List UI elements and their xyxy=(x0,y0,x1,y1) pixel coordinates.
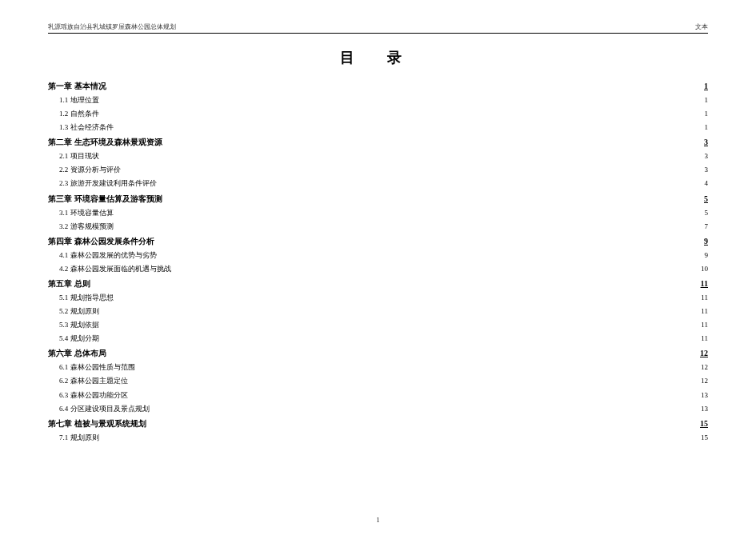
toc-entry-label: 第四章 森林公园发展条件分析 xyxy=(48,234,154,249)
toc-entry-label: 第七章 植被与景观系统规划 xyxy=(48,416,146,431)
toc-entry: 第五章 总则11 xyxy=(48,276,708,291)
toc-leader-dots xyxy=(174,264,698,271)
toc-entry: 6.1 森林公园性质与范围12 xyxy=(48,361,708,374)
toc-entry: 2.2 资源分析与评价3 xyxy=(48,163,708,177)
toc-entry-label: 1.3 社会经济条件 xyxy=(59,121,114,134)
toc-entry: 第七章 植被与景观系统规划15 xyxy=(48,416,708,431)
toc-entry-label: 1.1 地理位置 xyxy=(59,94,99,107)
toc-entry: 第一章 基本情况1 xyxy=(48,78,708,94)
toc-leader-dots xyxy=(102,151,702,158)
toc-leader-dots xyxy=(117,122,702,130)
toc-entry-label: 第六章 总体布局 xyxy=(48,345,106,361)
toc-entry: 5.1 规划指导思想11 xyxy=(48,291,708,305)
toc-entry-page: 11 xyxy=(701,305,708,318)
toc-leader-dots xyxy=(110,348,698,356)
toc-entry-label: 6.2 森林公园主题定位 xyxy=(59,374,128,388)
toc-entry-label: 5.4 规划分期 xyxy=(59,332,99,345)
toc-entry-page: 11 xyxy=(701,291,708,305)
toc-leader-dots xyxy=(160,250,702,258)
toc-leader-dots xyxy=(102,95,702,102)
toc-entry: 2.1 项目现状3 xyxy=(48,150,708,163)
toc-leader-dots xyxy=(150,418,698,426)
toc-entry-label: 2.3 旅游开发建设利用条件评价 xyxy=(59,177,157,190)
toc-entry: 6.3 森林公园功能分区13 xyxy=(48,389,708,402)
toc-entry-label: 第二章 生态环境及森林景观资源 xyxy=(48,134,162,150)
toc-entry-page: 3 xyxy=(705,163,709,177)
toc-entry-label: 第一章 基本情况 xyxy=(48,78,106,94)
toc-leader-dots xyxy=(124,165,702,172)
toc-entry: 3.2 游客规模预测7 xyxy=(48,220,708,234)
toc-leader-dots xyxy=(166,137,702,145)
toc-entry-page: 3 xyxy=(705,150,709,163)
toc-entry: 1.2 自然条件1 xyxy=(48,107,708,121)
toc-title: 目 录 xyxy=(48,48,708,67)
toc-entry-page: 5 xyxy=(705,206,709,220)
toc-entry-page: 1 xyxy=(705,107,709,121)
toc-entry-label: 2.2 资源分析与评价 xyxy=(59,163,121,177)
toc-entry-label: 5.2 规划原则 xyxy=(59,305,99,318)
toc-entry-label: 5.1 规划指导思想 xyxy=(59,291,114,305)
toc-entry-page: 15 xyxy=(700,416,708,431)
toc-leader-dots xyxy=(160,178,702,186)
toc-entry-label: 6.3 森林公园功能分区 xyxy=(59,389,128,402)
toc-entry-label: 第三章 环境容量估算及游客预测 xyxy=(48,191,162,206)
toc-leader-dots xyxy=(102,433,698,440)
toc-leader-dots xyxy=(117,293,698,300)
toc-entry: 1.3 社会经济条件1 xyxy=(48,121,708,134)
toc-entry-label: 3.1 环境容量估算 xyxy=(59,206,114,220)
toc-entry-page: 9 xyxy=(705,249,709,262)
toc-leader-dots xyxy=(102,306,698,313)
toc-entry-page: 12 xyxy=(700,345,708,361)
toc-leader-dots xyxy=(153,404,698,411)
toc-entry-page: 13 xyxy=(701,389,708,402)
table-of-contents: 第一章 基本情况11.1 地理位置11.2 自然条件11.3 社会经济条件1第二… xyxy=(48,78,708,445)
toc-entry-page: 10 xyxy=(701,262,708,276)
toc-entry-label: 5.3 规划依据 xyxy=(59,318,99,332)
toc-entry-label: 4.2 森林公园发展面临的机遇与挑战 xyxy=(59,262,171,276)
toc-entry-page: 1 xyxy=(704,78,708,94)
toc-entry-page: 12 xyxy=(701,361,708,374)
toc-entry: 7.1 规划原则15 xyxy=(48,431,708,445)
toc-entry: 第二章 生态环境及森林景观资源3 xyxy=(48,134,708,150)
toc-entry: 2.3 旅游开发建设利用条件评价4 xyxy=(48,177,708,190)
toc-entry: 第四章 森林公园发展条件分析9 xyxy=(48,234,708,249)
toc-entry-label: 3.2 游客规模预测 xyxy=(59,220,114,234)
toc-entry: 5.2 规划原则11 xyxy=(48,305,708,318)
toc-entry: 第三章 环境容量估算及游客预测5 xyxy=(48,191,708,206)
toc-leader-dots xyxy=(102,333,698,341)
toc-entry: 4.1 森林公园发展的优势与劣势9 xyxy=(48,249,708,262)
toc-entry-page: 13 xyxy=(701,402,708,416)
toc-entry: 4.2 森林公园发展面临的机遇与挑战10 xyxy=(48,262,708,276)
toc-entry-label: 第五章 总则 xyxy=(48,276,90,291)
footer-page-number: 1 xyxy=(0,517,756,524)
toc-entry: 5.3 规划依据11 xyxy=(48,318,708,332)
toc-entry-label: 7.1 规划原则 xyxy=(59,431,99,445)
page-header: 乳源瑶族自治县乳城镇罗屋森林公园总体规划 文本 xyxy=(48,22,708,34)
header-left: 乳源瑶族自治县乳城镇罗屋森林公园总体规划 xyxy=(48,22,176,31)
toc-entry-page: 11 xyxy=(701,332,708,345)
toc-entry-page: 7 xyxy=(705,220,709,234)
toc-entry-page: 1 xyxy=(705,121,709,134)
toc-entry: 5.4 规划分期11 xyxy=(48,332,708,345)
toc-leader-dots xyxy=(94,278,698,286)
toc-entry-label: 1.2 自然条件 xyxy=(59,107,99,121)
toc-leader-dots xyxy=(131,390,698,397)
toc-entry-page: 9 xyxy=(704,234,708,249)
toc-entry-page: 3 xyxy=(704,134,708,150)
toc-entry-page: 4 xyxy=(705,177,709,190)
toc-leader-dots xyxy=(131,376,698,383)
toc-entry-page: 5 xyxy=(704,191,708,206)
toc-entry-page: 12 xyxy=(701,374,708,388)
toc-entry-page: 15 xyxy=(701,431,708,445)
toc-entry: 1.1 地理位置1 xyxy=(48,94,708,107)
toc-leader-dots xyxy=(117,208,702,215)
toc-entry: 6.4 分区建设项目及景点规划13 xyxy=(48,402,708,416)
toc-entry: 第六章 总体布局12 xyxy=(48,345,708,361)
toc-entry-label: 6.4 分区建设项目及景点规划 xyxy=(59,402,150,416)
toc-leader-dots xyxy=(166,194,702,202)
toc-entry-label: 6.1 森林公园性质与范围 xyxy=(59,361,135,374)
toc-leader-dots xyxy=(102,109,702,116)
toc-entry-page: 11 xyxy=(701,276,708,291)
toc-entry-page: 11 xyxy=(701,318,708,332)
toc-entry-page: 1 xyxy=(705,94,709,107)
